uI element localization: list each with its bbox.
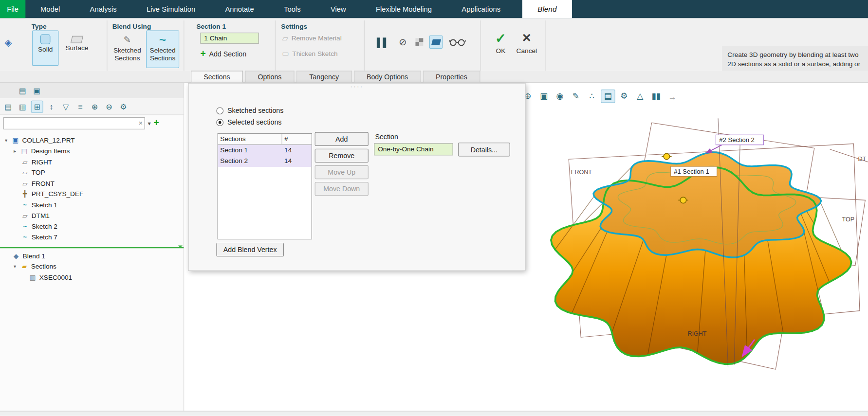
tab-tangency[interactable]: Tangency: [296, 71, 351, 82]
tree-collapse-icon[interactable]: ⊖: [103, 100, 115, 112]
section2-tag[interactable]: #2 Section 2: [716, 135, 764, 145]
tree-item-front-plane[interactable]: ▱ FRONT: [0, 178, 184, 189]
sections-table[interactable]: Sections # Section 1 14 Section 2 14: [218, 133, 312, 239]
remove-button[interactable]: Remove: [315, 149, 369, 163]
tree-item-blend1[interactable]: ◆ Blend 1: [0, 251, 184, 261]
add-button[interactable]: Add: [315, 132, 369, 146]
tab-annotate[interactable]: Annotate: [210, 0, 269, 18]
tree-search-input[interactable]: [3, 117, 145, 129]
insertion-locator[interactable]: [0, 247, 184, 248]
selected-sections-radio[interactable]: Selected sections: [216, 118, 281, 126]
attached-preview-icon[interactable]: [429, 36, 443, 49]
folder-icon: ▰: [20, 263, 28, 271]
dtm-plane-label: DT: [858, 156, 867, 163]
plane-icon: ▱: [21, 158, 29, 166]
glasses-preview-icon[interactable]: [448, 36, 467, 49]
tab-blend-active[interactable]: Blend: [522, 0, 572, 18]
file-menu-button[interactable]: File: [0, 0, 25, 18]
no-preview-icon[interactable]: ⊘: [396, 36, 409, 49]
search-dropdown-icon[interactable]: ▾: [148, 120, 150, 127]
tree-expand-icon[interactable]: ⊕: [89, 100, 101, 112]
section1-tag[interactable]: #1 Section 1: [670, 166, 717, 176]
search-clear-icon[interactable]: ×: [139, 119, 143, 127]
move-up-button[interactable]: Move Up: [315, 165, 369, 179]
resume-icon[interactable]: →: [665, 90, 680, 103]
capture-icon[interactable]: ▣: [536, 90, 551, 103]
model-tree: ▾ ▣ COLLAR_12.PRT ▸ ▤ Design Items ▱ RIG…: [0, 131, 184, 283]
solid-button[interactable]: Solid: [32, 31, 59, 66]
add-blend-vertex-button[interactable]: Add Blend Vertex: [216, 243, 284, 256]
part-icon: ▣: [12, 136, 19, 144]
pause-button[interactable]: [372, 34, 391, 51]
ok-button[interactable]: ✓ OK: [489, 31, 513, 55]
pause-graphics-icon[interactable]: ▮▮: [649, 90, 664, 103]
navigator-tabs: ▤ ▣: [0, 83, 184, 98]
tree-item-part[interactable]: ▾ ▣ COLLAR_12.PRT: [0, 135, 184, 145]
plane-icon: ▱: [21, 169, 29, 177]
tree-sort-icon[interactable]: ↕: [45, 100, 57, 112]
tab-sections[interactable]: Sections: [191, 71, 243, 82]
tab-properties[interactable]: Properties: [423, 71, 480, 82]
tree-item-right-plane[interactable]: ▱ RIGHT: [0, 157, 184, 167]
sketch-icon: ~: [21, 234, 29, 241]
tree-item-sketch2[interactable]: ~ Sketch 2: [0, 221, 184, 232]
sketched-sections-radio[interactable]: Sketched sections: [216, 107, 283, 114]
table-row-section1[interactable]: Section 1 14: [218, 145, 312, 156]
tree-item-design-items[interactable]: ▸ ▤ Design Items: [0, 145, 184, 156]
tree-detail-icon[interactable]: ▥: [17, 100, 29, 112]
tab-flexible-modeling[interactable]: Flexible Modeling: [361, 0, 446, 18]
selected-sections-button[interactable]: ~ Selected Sections: [146, 31, 179, 68]
tab-options[interactable]: Options: [245, 71, 294, 82]
tab-analysis[interactable]: Analysis: [75, 0, 131, 18]
thicken-sketch-toggle[interactable]: ▭ Thicken Sketch: [282, 49, 338, 57]
tab-applications[interactable]: Applications: [447, 0, 516, 18]
search-add-icon[interactable]: +: [153, 118, 159, 129]
section-view-icon[interactable]: ▤: [601, 90, 615, 103]
view-settings-icon[interactable]: ⚙: [617, 90, 631, 103]
tree-item-top-plane[interactable]: ▱ TOP: [0, 167, 184, 178]
tree-settings-icon[interactable]: ⚙: [117, 100, 129, 112]
type-group-label: Type: [32, 23, 47, 31]
tree-item-sketch1[interactable]: ~ Sketch 1: [0, 199, 184, 210]
blend-feature-icon: ◈: [1, 37, 16, 49]
chain-type-field[interactable]: One-by-One Chain: [374, 143, 453, 155]
sections-panel[interactable]: ···· Sketched sections Selected sections…: [188, 83, 525, 271]
tab-live-simulation[interactable]: Live Simulation: [131, 0, 210, 18]
chain-collector-field[interactable]: 1 Chain: [200, 33, 259, 44]
xsec-icon: ▥: [29, 273, 37, 281]
datum-display-icon[interactable]: ∴: [585, 90, 599, 103]
cancel-button[interactable]: ✕ Cancel: [514, 31, 540, 55]
details-button[interactable]: Details...: [458, 143, 510, 156]
tree-item-xsec0001[interactable]: ▥ XSEC0001: [0, 272, 184, 283]
tab-body-options[interactable]: Body Options: [354, 71, 421, 82]
tab-model[interactable]: Model: [25, 0, 75, 18]
section2-start-handle[interactable]: [664, 153, 670, 160]
display-style-icon[interactable]: ◉: [553, 90, 567, 103]
tree-layers-icon[interactable]: ≡: [74, 100, 86, 112]
tree-item-sections-folder[interactable]: ▾ ▰ Sections: [0, 261, 184, 272]
tree-columns-icon[interactable]: ⊞: [31, 100, 43, 112]
notification-icon[interactable]: △: [633, 90, 647, 103]
surface-button[interactable]: Surface: [62, 31, 92, 66]
section1-tag-text: #1 Section 1: [674, 168, 709, 175]
panel-grip-icon[interactable]: ····: [189, 84, 525, 89]
sketched-sections-button[interactable]: ✎ Sketched Sections: [110, 31, 144, 68]
tree-item-sketch7[interactable]: ~ Sketch 7: [0, 232, 184, 243]
tree-item-csys[interactable]: ╋ PRT_CSYS_DEF: [0, 189, 184, 199]
model-tree-tab-icon[interactable]: ▤: [17, 85, 29, 97]
selected-sections-icon: ~: [159, 34, 166, 45]
tree-list-icon[interactable]: ▤: [2, 100, 15, 112]
table-row-section2[interactable]: Section 2 14: [218, 156, 312, 167]
remove-material-icon: ▱: [282, 34, 288, 42]
tree-item-dtm1[interactable]: ▱ DTM1: [0, 210, 184, 221]
section1-start-handle[interactable]: [680, 197, 686, 203]
sketch-display-icon[interactable]: ✎: [569, 90, 583, 103]
remove-material-toggle[interactable]: ▱ Remove Material: [282, 34, 342, 42]
move-down-button[interactable]: Move Down: [315, 182, 369, 196]
tree-filter-icon[interactable]: ▽: [60, 100, 72, 112]
folder-browser-tab-icon[interactable]: ▣: [31, 85, 43, 97]
add-section-button[interactable]: + Add Section: [200, 49, 246, 60]
tab-tools[interactable]: Tools: [269, 0, 315, 18]
tab-view[interactable]: View: [315, 0, 361, 18]
mesh-preview-icon[interactable]: [413, 36, 426, 49]
